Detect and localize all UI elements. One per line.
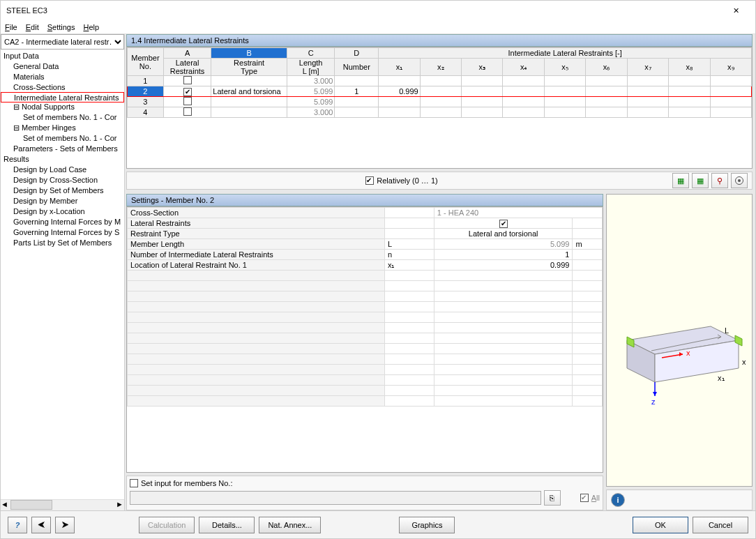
svg-text:L: L	[725, 326, 729, 335]
col-number: Number	[335, 59, 379, 76]
tree-input-data[interactable]: Input Data	[1, 51, 124, 61]
import-icon[interactable]: ▦	[692, 173, 709, 188]
pick-members-icon[interactable]: ⎘	[544, 490, 561, 506]
info-icon[interactable]: i	[611, 493, 625, 507]
all-label: All	[591, 494, 600, 502]
col-length: LengthL [m]	[287, 59, 335, 76]
menu-settings[interactable]: Settings	[47, 23, 75, 31]
tree-set1b[interactable]: Set of members No. 1 - Cor	[1, 133, 124, 144]
col-x9: x₉	[710, 59, 752, 76]
export-icon[interactable]: ▦	[672, 173, 689, 188]
location-value[interactable]: 0.999	[434, 260, 573, 271]
tree-r7[interactable]: Governing Internal Forces by S	[1, 227, 124, 238]
tree-member-hinges[interactable]: ⊟ Member Hinges	[1, 123, 124, 133]
tree-materials[interactable]: Materials	[1, 72, 124, 82]
tree-general-data[interactable]: General Data	[1, 61, 124, 72]
table-row[interactable]: 3 5.099	[128, 97, 752, 107]
panel-title: 1.4 Intermediate Lateral Restraints	[126, 34, 753, 47]
calculation-button[interactable]: Calculation	[139, 517, 195, 533]
col-x1: x₁	[379, 59, 420, 76]
col-member-no: MemberNo.	[128, 48, 164, 76]
col-x7: x₇	[627, 59, 668, 76]
menu-edit[interactable]: Edit	[26, 23, 39, 31]
tree-cross-sections[interactable]: Cross-Sections	[1, 82, 124, 93]
case-dropdown[interactable]: CA2 - Intermediate lateral restr…	[1, 34, 124, 50]
window-title: STEEL EC3	[6, 6, 722, 15]
settings-title: Settings - Member No. 2	[126, 194, 603, 206]
tree-nodal-supports[interactable]: ⊟ Nodal Supports	[1, 102, 124, 112]
tree: Input Data General Data Materials Cross-…	[1, 50, 124, 499]
tree-scrollbar[interactable]: ◄►	[1, 499, 124, 510]
member-length-value: 5.099	[434, 239, 573, 250]
cross-section-value: 1 - HEA 240	[434, 208, 602, 218]
help-button[interactable]: ?	[8, 517, 27, 533]
restraint-type-label: Restraint Type	[128, 229, 385, 239]
col-ilr-header: Intermediate Lateral Restraints [-]	[379, 48, 752, 59]
svg-text:z: z	[651, 397, 656, 406]
col-x4: x₄	[503, 59, 544, 76]
col-x6: x₆	[586, 59, 627, 76]
location-label: Location of Lateral Restraint No. 1	[128, 260, 385, 271]
tree-results[interactable]: Results	[1, 154, 124, 165]
cross-section-label: Cross-Section	[128, 208, 385, 218]
col-letter-c[interactable]: C	[287, 48, 335, 59]
col-letter-b[interactable]: B	[211, 48, 287, 59]
svg-text:x₁: x₁	[718, 374, 725, 382]
next-button[interactable]: ⮞	[55, 517, 75, 533]
lateral-restraints-checkbox[interactable]: ✔	[499, 220, 508, 228]
checkbox-checked[interactable]: ✔	[183, 88, 192, 96]
checkbox[interactable]	[183, 107, 192, 116]
table-row[interactable]: 1 3.000	[128, 76, 752, 86]
tree-r1[interactable]: Design by Load Case	[1, 165, 124, 175]
relatively-checkbox[interactable]: ✔	[365, 176, 374, 185]
all-checkbox[interactable]: ✔	[580, 494, 589, 502]
tree-r4[interactable]: Design by Member	[1, 196, 124, 206]
graphics-button[interactable]: Graphics	[399, 517, 455, 533]
relatively-label: Relatively (0 … 1)	[377, 176, 437, 185]
tree-r5[interactable]: Design by x-Location	[1, 206, 124, 217]
col-restraint-type: RestraintType	[211, 59, 287, 76]
tree-r6[interactable]: Governing Internal Forces by M	[1, 217, 124, 227]
tree-r8[interactable]: Parts List by Set of Members	[1, 238, 124, 248]
filter-icon[interactable]: ⚲	[711, 173, 728, 188]
main-grid[interactable]: MemberNo. A B C D Intermediate Lateral R…	[126, 47, 753, 169]
menubar: File Edit Settings Help	[1, 20, 755, 34]
tree-intermediate-lateral-restraints[interactable]: Intermediate Lateral Restraints	[1, 92, 124, 103]
svg-marker-13	[653, 392, 657, 396]
member-length-label: Member Length	[128, 239, 385, 250]
view-icon[interactable]	[731, 173, 748, 188]
close-icon[interactable]: ✕	[722, 1, 750, 20]
restraint-type-value[interactable]: Lateral and torsional	[434, 229, 573, 239]
checkbox[interactable]	[183, 97, 192, 105]
table-row[interactable]: 4 3.000	[128, 107, 752, 118]
menu-help[interactable]: Help	[83, 23, 99, 31]
tree-set1a[interactable]: Set of members No. 1 - Cor	[1, 112, 124, 123]
table-row-selected[interactable]: 2 ✔ Lateral and torsiona 5.099 1 0.999	[128, 86, 752, 97]
checkbox[interactable]	[183, 76, 192, 84]
col-x8: x₈	[669, 59, 710, 76]
nat-annex-button[interactable]: Nat. Annex...	[259, 517, 321, 533]
ok-button[interactable]: OK	[633, 517, 688, 533]
col-x5: x₅	[544, 59, 585, 76]
menu-file[interactable]: File	[5, 23, 17, 31]
set-input-checkbox[interactable]	[130, 479, 138, 487]
settings-grid: Cross-Section1 - HEA 240 Lateral Restrai…	[126, 206, 603, 473]
details-button[interactable]: Details...	[199, 517, 255, 533]
num-ilr-label: Number of Intermediate Lateral Restraint…	[128, 250, 385, 260]
svg-text:x: x	[686, 349, 690, 357]
svg-text:x₂: x₂	[742, 358, 746, 366]
tree-params[interactable]: Parameters - Sets of Members	[1, 144, 124, 154]
tree-r3[interactable]: Design by Set of Members	[1, 185, 124, 196]
cancel-button[interactable]: Cancel	[693, 517, 748, 533]
set-input-field[interactable]	[130, 491, 541, 505]
prev-button[interactable]: ⮜	[31, 517, 51, 533]
titlebar: STEEL EC3 ✕	[1, 1, 755, 20]
col-letter-a[interactable]: A	[163, 48, 211, 59]
tree-r2[interactable]: Design by Cross-Section	[1, 175, 124, 185]
col-x3: x₃	[462, 59, 503, 76]
num-ilr-value[interactable]: 1	[434, 250, 573, 260]
col-x2: x₂	[420, 59, 461, 76]
col-letter-d[interactable]: D	[335, 48, 379, 59]
preview-image: L x z x₂ x₁	[606, 194, 753, 487]
lateral-restraints-label: Lateral Restraints	[128, 218, 385, 229]
